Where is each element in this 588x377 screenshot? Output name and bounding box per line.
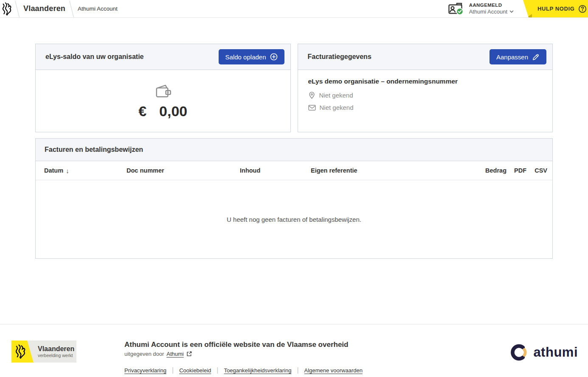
- vlaanderen-logo-title: Vlaanderen: [38, 345, 74, 353]
- column-header-bedrag: Bedrag: [479, 167, 506, 174]
- breadcrumb-divider: [69, 0, 74, 17]
- question-circle-icon: [578, 5, 587, 13]
- footer-link-item: Privacyverklaring: [124, 367, 166, 374]
- balance-card-header: eLys-saldo van uw organisatie Saldo opla…: [36, 44, 290, 70]
- top-bar-left: Vlaanderen Athumi Account: [0, 0, 119, 17]
- id-card-check-icon: [448, 2, 465, 16]
- sort-descending-icon: ↓: [66, 167, 69, 174]
- footer-official-line: Athumi Account is een officiële website …: [124, 341, 510, 349]
- balance-card: eLys-saldo van uw organisatie Saldo opla…: [35, 44, 291, 132]
- vlaanderen-footer-logo: Vlaanderen verbeelding werkt: [11, 341, 76, 363]
- edit-billing-button[interactable]: Aanpassen: [490, 49, 546, 64]
- vlaanderen-lion-icon: [0, 1, 13, 17]
- column-label-datum: Datum: [44, 167, 63, 174]
- balance-value: 0,00: [159, 103, 187, 120]
- user-texts: AANGEMELD Athumi Account: [469, 2, 514, 15]
- billing-address-value: Niet gekend: [319, 92, 353, 99]
- chevron-down-icon: [509, 10, 514, 13]
- footer-issued-prefix: uitgegeven door: [124, 351, 164, 357]
- column-header-pdf: PDF: [506, 167, 526, 174]
- column-header-inhoud: Inhoud: [240, 167, 311, 174]
- user-account-row: Athumi Account: [469, 8, 514, 15]
- billing-card-title: Facturatiegegevens: [308, 53, 371, 61]
- column-header-datum[interactable]: Datum ↓: [44, 167, 127, 174]
- athumi-link[interactable]: Athumi: [166, 351, 183, 357]
- athumi-wordmark: athumi: [533, 345, 578, 360]
- invoices-title: Facturen en betalingsbewijzen: [45, 146, 143, 154]
- balance-card-title: eLys-saldo van uw organisatie: [45, 53, 143, 61]
- topup-balance-button[interactable]: Saldo opladen: [219, 49, 284, 64]
- column-header-eigen-referentie: Eigen referentie: [311, 167, 479, 174]
- page-footer: Vlaanderen verbeelding werkt Athumi Acco…: [0, 324, 588, 377]
- balance-amount: € 0,00: [138, 103, 187, 120]
- athumi-logo-icon: [510, 344, 529, 361]
- edit-billing-button-label: Aanpassen: [496, 53, 528, 61]
- billing-card-body: eLys demo organisatie – ondernemingsnumm…: [298, 70, 553, 119]
- topup-balance-button-label: Saldo opladen: [225, 53, 266, 61]
- column-header-csv: CSV: [526, 167, 547, 174]
- footer-issued-line: uitgegeven door Athumi: [124, 351, 510, 357]
- wallet-icon: [153, 83, 173, 100]
- invoices-empty-state: U heeft nog geen facturen of betalingsbe…: [36, 180, 552, 258]
- footer-link-item: Toegankelijkheidsverklaring: [211, 366, 291, 374]
- summary-cards-row: eLys-saldo van uw organisatie Saldo opla…: [35, 44, 553, 132]
- footer-link-item: Algemene voorwaarden: [291, 366, 362, 374]
- balance-card-body: € 0,00: [36, 70, 290, 132]
- ribbon-fold: [527, 14, 532, 17]
- user-menu[interactable]: AANGEMELD Athumi Account: [445, 0, 523, 17]
- user-account-label: Athumi Account: [469, 8, 507, 15]
- accessibility-link[interactable]: Toegankelijkheidsverklaring: [224, 367, 291, 374]
- help-button-label: HULP NODIG: [537, 6, 574, 12]
- login-status-label: AANGEMELD: [469, 2, 514, 8]
- footer-link-item: Cookiebeleid: [166, 366, 211, 374]
- column-header-docnummer: Doc nummer: [127, 167, 240, 174]
- invoices-title-bar: Facturen en betalingsbewijzen: [36, 139, 552, 161]
- vlaanderen-brand-link[interactable]: Vlaanderen: [22, 4, 67, 13]
- footer-links: Privacyverklaring Cookiebeleid Toegankel…: [124, 366, 510, 374]
- breadcrumb-divider: [15, 0, 20, 17]
- billing-card: Facturatiegegevens Aanpassen eLys demo: [298, 44, 553, 132]
- athumi-footer-logo: athumi: [510, 344, 578, 361]
- cookies-link[interactable]: Cookiebeleid: [179, 367, 211, 374]
- pencil-icon: [532, 53, 540, 61]
- main-content: eLys-saldo van uw organisatie Saldo opla…: [35, 44, 553, 259]
- plus-circle-icon: [270, 53, 278, 61]
- vlaanderen-logo-texts: Vlaanderen verbeelding werkt: [38, 345, 74, 358]
- envelope-icon: [308, 105, 316, 111]
- balance-currency: €: [138, 103, 146, 120]
- top-bar: Vlaanderen Athumi Account AANGEMELD: [0, 0, 588, 18]
- terms-link[interactable]: Algemene voorwaarden: [304, 367, 363, 374]
- invoices-card: Facturen en betalingsbewijzen Datum ↓ Do…: [35, 138, 553, 259]
- vlaanderen-logo-yellow-flag: [11, 341, 34, 363]
- top-bar-right: AANGEMELD Athumi Account HULP NODIG: [445, 0, 588, 17]
- billing-email-row: Niet gekend: [308, 104, 543, 111]
- billing-card-header: Facturatiegegevens Aanpassen: [298, 44, 553, 70]
- footer-center: Athumi Account is een officiële website …: [124, 341, 510, 374]
- vlaanderen-logo-subtitle: verbeelding werkt: [38, 353, 74, 358]
- billing-address-row: Niet gekend: [308, 91, 543, 99]
- external-link-icon: [186, 351, 192, 357]
- privacy-link[interactable]: Privacyverklaring: [124, 367, 166, 374]
- invoices-table-header: Datum ↓ Doc nummer Inhoud Eigen referent…: [36, 161, 552, 180]
- vlaanderen-lion-icon: [15, 343, 26, 360]
- billing-organisation: eLys demo organisatie – ondernemingsnumm…: [308, 78, 543, 85]
- billing-email-value: Niet gekend: [320, 104, 354, 111]
- location-pin-icon: [308, 91, 315, 99]
- help-button[interactable]: HULP NODIG: [523, 0, 588, 17]
- breadcrumb-app-name[interactable]: Athumi Account: [76, 6, 119, 12]
